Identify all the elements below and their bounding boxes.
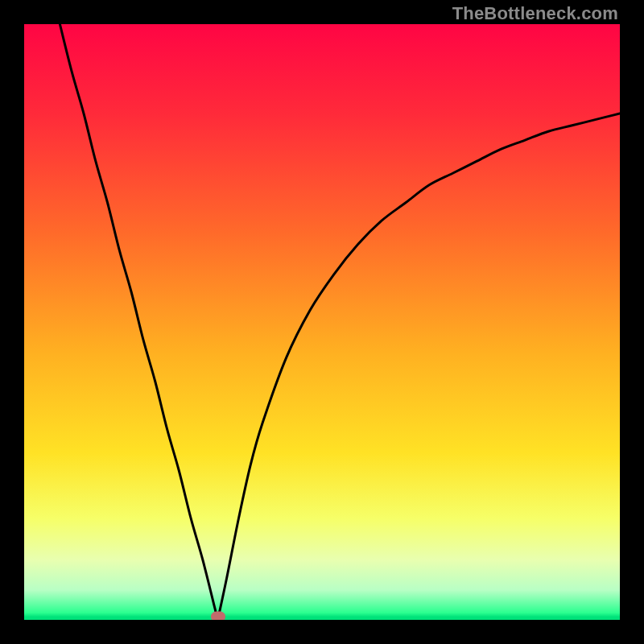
plot-area	[24, 24, 620, 620]
optimal-point-marker	[211, 612, 225, 620]
bottleneck-curve	[24, 24, 620, 620]
watermark-text: TheBottleneck.com	[452, 3, 618, 24]
chart-frame: TheBottleneck.com	[0, 0, 644, 644]
